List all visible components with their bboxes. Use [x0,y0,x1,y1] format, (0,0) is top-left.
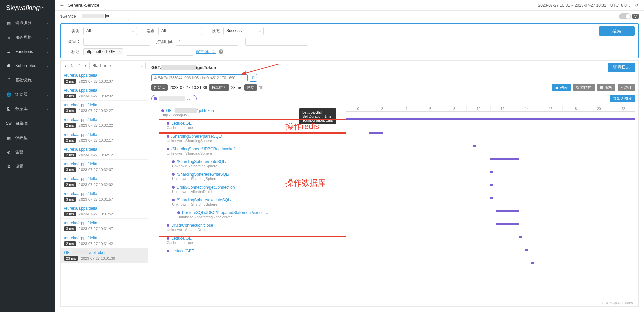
gear-icon: ⚙ [6,164,11,169]
gantt-bar[interactable] [490,197,493,199]
trace-item[interactable]: /eureka/apps/delta3 ms2023-07-27 10:32:2… [61,101,148,115]
time-range[interactable]: 2023-07-27 10:31 ~ 2023-07-27 10:32 [538,3,606,8]
duration-badge: 2 ms [64,123,76,128]
span-row[interactable]: Lettuce/GETCache - Lettuce [151,234,342,247]
gantt-bar[interactable] [519,236,522,238]
view-table-button[interactable]: ▦ 表格 [597,84,615,91]
span-dot-icon [167,135,169,138]
sidebar-item-label: 自监控 [15,120,28,126]
trace-item[interactable]: /eureka/apps/delta2 ms2023-07-27 10:32:3… [61,86,148,101]
trace-item[interactable]: /eureka/apps/delta2 ms2023-07-27 10:32:1… [61,145,148,160]
instance-label: 实例: [64,28,80,34]
span-row[interactable]: Lettuce/GET [151,247,342,255]
trace-item[interactable]: /eureka/apps/delta3 ms2023-07-27 10:32:0… [61,160,148,174]
view-stats-button[interactable]: ⫯ 统计 [618,84,635,91]
export-image-button[interactable]: 导出为图片 [610,95,635,102]
trace-item[interactable]: GET:xxxx/getToken23 ms2023-07-27 10:31:3… [61,248,148,263]
reload-icon[interactable]: ⟳ [635,3,639,8]
sidebar-item-label: 服务网格 [15,35,32,40]
span-row[interactable]: Druid/Connection/closeUnknown - AlibabaD… [151,221,342,234]
search-button[interactable]: 搜索 [599,26,635,36]
pager-next[interactable]: › [83,63,88,69]
duration-input[interactable] [176,38,238,46]
sidebar-item[interactable]: ☁Functions⌄ [0,45,55,59]
gantt-bar[interactable] [496,210,519,212]
trace-item[interactable]: /eureka/apps/delta2 ms2023-07-27 10:32:3… [61,71,148,86]
span-row[interactable]: /ShardingSphere/rewriteSQL/Unknown - Sha… [151,170,342,183]
traceid-input[interactable] [83,38,150,46]
sort-select[interactable]: Start Time⌄ [89,62,146,69]
gantt-bar[interactable] [490,158,519,160]
gantt-bar[interactable] [473,145,476,147]
sidebar-item[interactable]: ⚙设置 [0,159,55,174]
sidebar-item[interactable]: ⊘告警 [0,145,55,159]
globe-icon: 🌐 [6,92,11,97]
duration-badge: 2 ms [64,138,76,143]
axis-tick: 4 [394,106,418,111]
collapse-sidebar-icon[interactable]: ⇤ [60,3,64,8]
timezone[interactable]: UTC+8:0⌄ [610,3,631,8]
trace-item[interactable]: /eureka/apps/delta3 ms2023-07-27 10:31:4… [61,219,148,233]
status-select[interactable]: Success⌄ [223,27,264,35]
close-icon[interactable]: × [119,49,121,54]
copy-icon[interactable]: ⧉ [250,74,257,82]
endpoint-select[interactable]: All⌄ [158,27,202,35]
sidebar-item[interactable]: ⠿基础设施⌄ [0,73,55,87]
tag-input[interactable] [126,48,193,56]
sidebar-item[interactable]: 🌐浏览器⌄ [0,87,55,102]
trace-item[interactable]: /eureka/apps/delta3 ms2023-07-27 10:31:5… [61,189,148,204]
sidebar-item[interactable]: ⬢Kubernetes⌄ [0,59,55,73]
axis-tick: 18 [562,106,587,111]
span-row[interactable]: /ShardingSphere/JDBCRootInvoke/Unknown -… [151,145,342,157]
sidebar-item[interactable]: ⎌服务网格⌄ [0,30,55,45]
span-row[interactable]: Druid/Connection/getConnectionUnknown - … [151,183,342,196]
gantt-bar[interactable] [490,184,493,186]
chevron-down-icon: ⌄ [46,21,49,25]
instance-select[interactable]: All⌄ [83,27,137,35]
legend-chip[interactable]: xxxxx.jar [151,95,197,102]
service-select[interactable]: xxxxxxxxx.jar ⌄ [79,13,129,20]
trace-item[interactable]: /eureka/apps/delta2 ms2023-07-27 10:32:0… [61,174,148,189]
span-dot-icon [167,224,169,227]
timestamp: 2023-07-27 10:32:27 [79,109,113,113]
topbar: ⇤ General-Service 2023-07-27 10:31 ~ 202… [55,0,644,11]
sidebar-item[interactable]: ▦仪表盘 [0,131,55,145]
trace-item[interactable]: /eureka/apps/delta2 ms2023-07-27 10:32:2… [61,115,148,130]
traceid-select[interactable]: 4c54c7a1733044c993dc05adbc0e4512.170.169… [151,74,248,81]
gantt-bar[interactable] [496,223,519,225]
legend-dot-icon [154,97,157,100]
vocab-link[interactable]: 配置词汇页 [196,49,216,55]
view-list-button[interactable]: ☰ 列表 [552,84,571,91]
help-icon[interactable]: ? [219,49,223,54]
sidebar-item[interactable]: Sw自监控⌄ [0,116,55,131]
toggle-switch[interactable] [619,13,631,19]
trace-item[interactable]: /eureka/apps/delta2 ms2023-07-27 10:32:1… [61,130,148,145]
timestamp: 2023-07-27 10:31:57 [79,197,113,201]
sidebar-item[interactable]: ▤普通服务⌄ [0,16,55,30]
pager-page[interactable]: 1 [69,63,75,69]
gantt-bar[interactable] [490,171,493,173]
gantt-bar[interactable] [525,249,528,251]
tag-chip[interactable]: http.method=GET× [83,48,123,55]
gantt-bar[interactable] [346,118,635,120]
span-dot-icon [167,250,169,252]
span-row[interactable]: PostgreSQL/JDBC/PreparedStatement/execut… [151,208,342,221]
view-log-button[interactable]: 查看日志 [608,63,635,72]
gantt-bar[interactable] [369,132,383,134]
span-row[interactable]: /ShardingSphere/parseSQL/Unknown - Shard… [151,132,342,145]
trace-item[interactable]: /eureka/apps/delta2 ms2023-07-27 10:31:5… [61,204,148,219]
pager-page[interactable]: 2 [76,63,82,69]
span-row[interactable]: /ShardingSphere/routeSQL/Unknown - Shard… [151,157,342,170]
sidebar: Skywalking⟳ ▤普通服务⌄⎌服务网格⌄☁Functions⌄⬢Kube… [0,0,55,312]
duration-badge: 持续时间 [209,84,229,91]
pager-prev[interactable]: ‹ [63,63,68,69]
gantt-bar[interactable] [531,262,534,264]
view-tree-button[interactable]: ⧉ 树结构 [573,84,595,91]
duration-max-input[interactable] [245,38,308,46]
axis-tick: 0 [346,106,370,111]
trace-item[interactable]: /eureka/apps/delta2 ms2023-07-27 10:31:4… [61,233,148,248]
sidebar-item[interactable]: 🗄数据库⌄ [0,102,55,116]
endpoint-label: 端点: [140,28,156,34]
span-row[interactable]: /ShardingSphere/executeSQL/Unknown - Sha… [151,196,342,208]
span-dot-icon [177,211,180,214]
